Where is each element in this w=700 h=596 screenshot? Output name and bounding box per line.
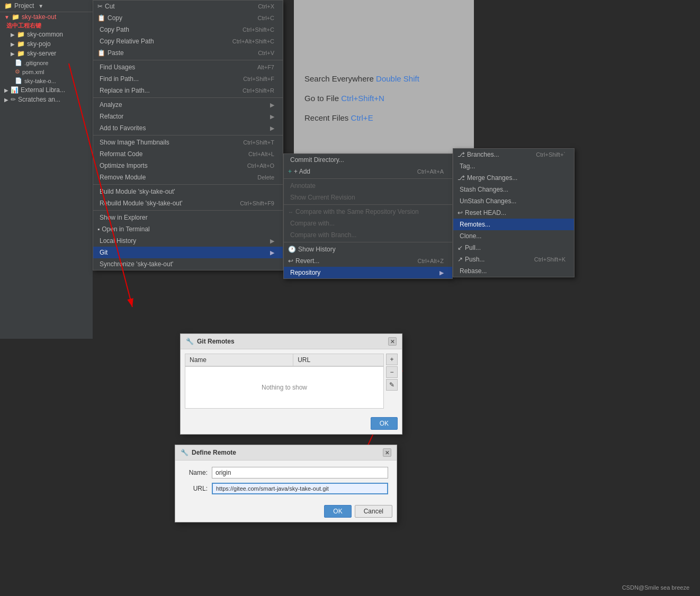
menu-item-pull[interactable]: ↙Pull... bbox=[453, 242, 574, 254]
context-menu-repository: ⎇Branches... Ctrl+Shift+` Tag... ⎇Merge … bbox=[453, 148, 575, 277]
menu-item-paste[interactable]: 📋Paste Ctrl+V bbox=[93, 47, 283, 59]
chevron-icon: ▶ bbox=[4, 87, 8, 93]
sidebar-item-label: .gitignore bbox=[24, 60, 48, 66]
remotes-table-area: Name URL Nothing to show + − ✎ bbox=[185, 354, 398, 409]
menu-item-cut[interactable]: ✂Cut Ctrl+X bbox=[93, 1, 283, 12]
menu-item-merge-changes[interactable]: ⎇Merge Changes... bbox=[453, 172, 574, 184]
sidebar-header-label: Project bbox=[14, 2, 34, 10]
sidebar-item-sky-take-out[interactable]: ▼ 📁 sky-take-out bbox=[0, 12, 93, 22]
menu-item-add-favorites[interactable]: Add to Favorites ▶ bbox=[93, 122, 283, 134]
define-cancel-button[interactable]: Cancel bbox=[355, 505, 392, 518]
dialog-title-left: 🔧 Git Remotes bbox=[186, 338, 235, 345]
folder-icon: 📁 bbox=[4, 2, 12, 10]
menu-item-reset-head[interactable]: ↩Reset HEAD... bbox=[453, 207, 574, 219]
menu-item-git[interactable]: Git ▶ bbox=[93, 247, 283, 258]
menu-item-analyze[interactable]: Analyze ▶ bbox=[93, 99, 283, 111]
menu-item-clone[interactable]: Clone... bbox=[453, 230, 574, 242]
menu-item-revert[interactable]: ↩Revert... Ctrl+Alt+Z bbox=[284, 255, 452, 267]
menu-item-stash[interactable]: Stash Changes... bbox=[453, 184, 574, 195]
chevron-icon: ▶ bbox=[11, 32, 15, 38]
menu-item-branches[interactable]: ⎇Branches... Ctrl+Shift+` bbox=[453, 149, 574, 160]
sidebar-item-sky-take[interactable]: 📄 sky-take-o... bbox=[0, 76, 93, 85]
menu-item-add[interactable]: ++ Add Ctrl+Alt+A bbox=[284, 166, 452, 177]
git-remotes-dialog: 🔧 Git Remotes ✕ Name URL Nothing to show bbox=[180, 333, 402, 435]
menu-item-optimize-imports[interactable]: Optimize Imports Ctrl+Alt+O bbox=[93, 160, 283, 171]
name-input[interactable] bbox=[212, 467, 388, 478]
menu-item-local-history[interactable]: Local History ▶ bbox=[93, 235, 283, 247]
menu-item-remotes[interactable]: Remotes... bbox=[453, 219, 574, 230]
chevron-icon: ▶ bbox=[11, 51, 15, 57]
menu-item-unstash[interactable]: UnStash Changes... bbox=[453, 195, 574, 207]
dialog-content-remotes: Name URL Nothing to show + − ✎ bbox=[181, 349, 402, 413]
dialog-footer-remotes: OK bbox=[181, 413, 402, 434]
menu-item-push[interactable]: ↗Push... Ctrl+Shift+K bbox=[453, 254, 574, 265]
sidebar-header: 📁 Project ▼ bbox=[0, 0, 93, 12]
search-everywhere-shortcut: Double Shift bbox=[376, 74, 419, 83]
menu-item-rebase[interactable]: Rebase... bbox=[453, 265, 574, 277]
folder-icon: 📊 bbox=[11, 86, 19, 94]
remotes-ok-button[interactable]: OK bbox=[371, 417, 398, 430]
file-icon: ⚙ bbox=[15, 68, 20, 75]
menu-item-show-image[interactable]: Show Image Thumbnails Ctrl+Shift+T bbox=[93, 137, 283, 148]
menu-item-find-usages[interactable]: Find Usages Alt+F7 bbox=[93, 61, 283, 73]
url-row: URL: bbox=[184, 483, 388, 494]
separator bbox=[284, 242, 452, 242]
sidebar-item-external-libs[interactable]: ▶ 📊 External Libra... bbox=[0, 85, 93, 95]
menu-item-show-explorer[interactable]: Show in Explorer bbox=[93, 212, 283, 223]
separator bbox=[93, 184, 283, 185]
define-ok-button[interactable]: OK bbox=[324, 505, 351, 518]
define-remote-dialog: 🔧 Define Remote ✕ Name: URL: OK Cancel bbox=[175, 445, 397, 522]
menu-item-refactor[interactable]: Refactor ▶ bbox=[93, 111, 283, 122]
menu-item-remove-module[interactable]: Remove Module Delete bbox=[93, 171, 283, 183]
col-name-header: Name bbox=[185, 354, 293, 366]
sidebar-dropdown-icon[interactable]: ▼ bbox=[38, 3, 43, 9]
separator bbox=[284, 178, 452, 179]
folder-icon: 📁 bbox=[17, 50, 25, 57]
separator bbox=[93, 60, 283, 60]
menu-item-copy-path[interactable]: Copy Path Ctrl+Shift+C bbox=[93, 24, 283, 35]
menu-item-synchronize[interactable]: Synchronize 'sky-take-out' bbox=[93, 258, 283, 270]
sidebar-item-scratches[interactable]: ▶ ✏ Scratches an... bbox=[0, 95, 93, 104]
define-dialog-close[interactable]: ✕ bbox=[383, 448, 391, 457]
menu-item-copy[interactable]: 📋Copy Ctrl+C bbox=[93, 12, 283, 24]
sidebar-item-gitignore[interactable]: 📄 .gitignore bbox=[0, 58, 93, 67]
sidebar-item-label: sky-pojo bbox=[27, 40, 51, 48]
folder-icon: ✏ bbox=[11, 96, 16, 103]
menu-item-build-module[interactable]: Build Module 'sky-take-out' bbox=[93, 186, 283, 197]
sidebar-item-sky-common[interactable]: ▶ 📁 sky-common bbox=[0, 30, 93, 39]
remove-remote-button[interactable]: − bbox=[386, 366, 398, 378]
git-icon: 🔧 bbox=[186, 338, 194, 345]
annotation-label: 选中工程右键 bbox=[0, 22, 93, 30]
sidebar-item-sky-server[interactable]: ▶ 📁 sky-server bbox=[0, 49, 93, 58]
menu-item-replace-in-path[interactable]: Replace in Path... Ctrl+Shift+R bbox=[93, 85, 283, 96]
edit-remote-button[interactable]: ✎ bbox=[386, 379, 398, 391]
url-label: URL: bbox=[184, 485, 208, 492]
add-remote-button[interactable]: + bbox=[386, 354, 398, 365]
define-dialog-titlebar: 🔧 Define Remote ✕ bbox=[175, 445, 397, 460]
sidebar-item-pom[interactable]: ⚙ pom.xml bbox=[0, 67, 93, 76]
menu-item-compare-with: Compare with... bbox=[284, 218, 452, 229]
sidebar-item-sky-pojo[interactable]: ▶ 📁 sky-pojo bbox=[0, 39, 93, 49]
menu-item-repository[interactable]: Repository ▶ bbox=[284, 267, 452, 278]
menu-item-copy-relative[interactable]: Copy Relative Path Ctrl+Alt+Shift+C bbox=[93, 35, 283, 47]
remotes-table: Name URL bbox=[185, 354, 384, 366]
menu-item-reformat[interactable]: Reformat Code Ctrl+Alt+L bbox=[93, 148, 283, 160]
menu-item-show-history[interactable]: 🕐Show History bbox=[284, 243, 452, 255]
menu-item-rebuild-module[interactable]: Rebuild Module 'sky-take-out' Ctrl+Shift… bbox=[93, 197, 283, 209]
watermark: CSDN@Smile sea breeze bbox=[622, 584, 689, 591]
paste-icon: 📋 bbox=[97, 49, 105, 57]
nothing-to-show: Nothing to show bbox=[185, 366, 384, 409]
menu-item-tag[interactable]: Tag... bbox=[453, 160, 574, 172]
name-row: Name: bbox=[184, 467, 388, 478]
sidebar: 📁 Project ▼ ▼ 📁 sky-take-out 选中工程右键 ▶ 📁 … bbox=[0, 0, 93, 339]
define-dialog-title: Define Remote bbox=[192, 449, 236, 456]
file-icon: 📄 bbox=[15, 77, 22, 84]
dialog-close-button[interactable]: ✕ bbox=[388, 337, 397, 346]
url-input[interactable] bbox=[212, 483, 388, 494]
menu-item-open-terminal[interactable]: ▪Open in Terminal bbox=[93, 223, 283, 235]
goto-file-shortcut: Ctrl+Shift+N bbox=[341, 94, 384, 103]
menu-item-find-in-path[interactable]: Find in Path... Ctrl+Shift+F bbox=[93, 73, 283, 85]
menu-item-commit-dir[interactable]: Commit Directory... bbox=[284, 154, 452, 166]
copy-icon: 📋 bbox=[97, 14, 105, 22]
separator bbox=[93, 210, 283, 211]
